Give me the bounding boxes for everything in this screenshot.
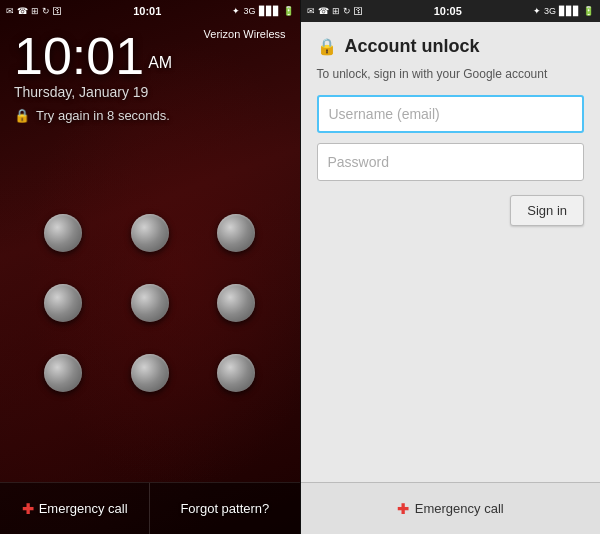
status-icons-left: ✉ ☎ ⊞ ↻ ⚿ — [6, 6, 62, 16]
emergency-call-label-left: Emergency call — [39, 501, 128, 516]
sync-icon: ↻ — [42, 6, 50, 16]
unlock-screen: ✉ ☎ ⊞ ↻ ⚿ 10:05 ✦ 3G ▊▊▊ 🔋 🔒 Account unl… — [301, 0, 601, 534]
pattern-dot-4[interactable] — [44, 284, 82, 322]
emergency-cross-icon-right: ✚ — [397, 501, 409, 517]
status-right-icons-r: ✦ 3G ▊▊▊ 🔋 — [533, 6, 594, 16]
pattern-grid[interactable] — [0, 123, 300, 482]
lock-time-big: 10:01 — [14, 30, 144, 82]
pattern-dot-1[interactable] — [44, 214, 82, 252]
emergency-call-label-right: Emergency call — [415, 501, 504, 516]
emergency-cross-icon-left: ✚ — [22, 501, 34, 517]
message-icon: ✉ — [6, 6, 14, 16]
pattern-cell-5[interactable] — [107, 268, 194, 338]
pattern-cell-8[interactable] — [107, 338, 194, 408]
password-input[interactable] — [317, 143, 585, 181]
lock-bottom-bar: ✚ Emergency call Forgot pattern? — [0, 482, 300, 534]
status-bar-right: ✉ ☎ ⊞ ↻ ⚿ 10:05 ✦ 3G ▊▊▊ 🔋 — [301, 0, 601, 22]
retry-text: Try again in 8 seconds. — [36, 108, 170, 123]
call-icon: ☎ — [17, 6, 28, 16]
unlock-title: Account unlock — [345, 36, 480, 57]
pattern-dot-7[interactable] — [44, 354, 82, 392]
lock-retry-message: 🔒 Try again in 8 seconds. — [14, 108, 286, 123]
battery-icon-r: 🔋 — [583, 6, 594, 16]
signin-row: Sign in — [317, 195, 585, 226]
pattern-cell-3[interactable] — [193, 198, 280, 268]
status-icons-right-left: ✦ 3G ▊▊▊ 🔋 — [232, 6, 293, 16]
signal-icon-r: ▊▊▊ — [559, 6, 580, 16]
pattern-cell-1[interactable] — [20, 198, 107, 268]
pattern-dot-2[interactable] — [131, 214, 169, 252]
unlock-title-row: 🔒 Account unlock — [317, 36, 585, 57]
pattern-cell-4[interactable] — [20, 268, 107, 338]
emergency-call-button-left[interactable]: ✚ Emergency call — [0, 483, 150, 534]
forgot-pattern-button[interactable]: Forgot pattern? — [150, 483, 299, 534]
lock-ampm: AM — [148, 54, 172, 72]
pattern-cell-9[interactable] — [193, 338, 280, 408]
battery-icon-l: 🔋 — [283, 6, 294, 16]
carrier-text: Verizon Wireless — [204, 28, 286, 40]
pattern-cell-6[interactable] — [193, 268, 280, 338]
username-input[interactable] — [317, 95, 585, 133]
unlock-lock-icon: 🔒 — [317, 37, 337, 56]
pattern-dot-8[interactable] — [131, 354, 169, 392]
pattern-dot-6[interactable] — [217, 284, 255, 322]
status-bar-left: ✉ ☎ ⊞ ↻ ⚿ 10:01 ✦ 3G ▊▊▊ 🔋 — [0, 0, 300, 22]
unlock-subtitle: To unlock, sign in with your Google acco… — [317, 67, 585, 81]
network-icon-r: 3G — [544, 6, 556, 16]
message-icon-r: ✉ — [307, 6, 315, 16]
signal-icon-l: ▊▊▊ — [259, 6, 280, 16]
pattern-dot-3[interactable] — [217, 214, 255, 252]
unlock-bottom-bar: ✚ Emergency call — [301, 482, 601, 534]
sync-icon-r: ↻ — [343, 6, 351, 16]
lock-icon: 🔒 — [14, 108, 30, 123]
pattern-cell-7[interactable] — [20, 338, 107, 408]
settings-icon: ⊞ — [31, 6, 39, 16]
settings-icon-r: ⊞ — [332, 6, 340, 16]
signin-button[interactable]: Sign in — [510, 195, 584, 226]
network-icon-l: 3G — [243, 6, 255, 16]
unlock-content: 🔒 Account unlock To unlock, sign in with… — [301, 22, 601, 482]
call-icon-r: ☎ — [318, 6, 329, 16]
bluetooth-icon-l: ✦ — [232, 6, 240, 16]
lock-clock-area: Verizon Wireless 10:01 AM Thursday, Janu… — [0, 22, 300, 123]
status-time-right: 10:05 — [434, 5, 462, 17]
status-icons-right-r: ✉ ☎ ⊞ ↻ ⚿ — [307, 6, 363, 16]
usb-icon-r: ⚿ — [354, 6, 363, 16]
pattern-dot-9[interactable] — [217, 354, 255, 392]
usb-icon: ⚿ — [53, 6, 62, 16]
forgot-pattern-label: Forgot pattern? — [180, 501, 269, 516]
status-time-left: 10:01 — [133, 5, 161, 17]
lock-screen: ✉ ☎ ⊞ ↻ ⚿ 10:01 ✦ 3G ▊▊▊ 🔋 Verizon Wirel… — [0, 0, 300, 534]
pattern-cell-2[interactable] — [107, 198, 194, 268]
pattern-dot-5[interactable] — [131, 284, 169, 322]
bluetooth-icon-r: ✦ — [533, 6, 541, 16]
lock-date: Thursday, January 19 — [14, 84, 286, 100]
